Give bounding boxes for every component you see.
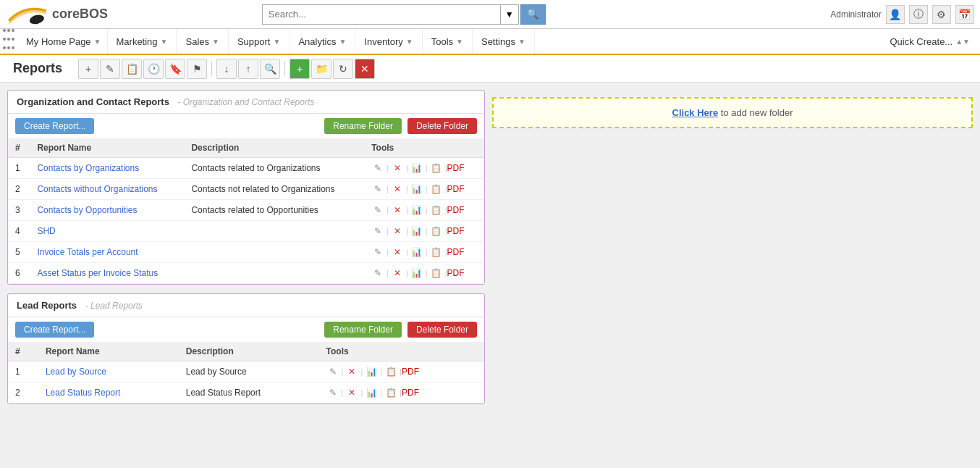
pdf-report-icon[interactable]: PDF — [404, 386, 417, 399]
report-link-2[interactable]: Contacts without Organizations — [37, 184, 157, 194]
search-input[interactable] — [262, 4, 501, 25]
lead-folder: Lead Reports - Lead Reports Create Repor… — [7, 293, 485, 404]
redo-button[interactable]: ↻ — [333, 59, 353, 79]
table-row: 1 Lead by Source Lead by Source ✎ | ✕ | … — [8, 362, 484, 383]
nav-item-tools[interactable]: Tools ▼ — [423, 29, 473, 54]
delete-report-icon[interactable]: ✕ — [345, 365, 358, 378]
copy-report-icon[interactable]: 📋 — [430, 246, 443, 259]
edit-report-icon[interactable]: ✎ — [326, 386, 339, 399]
delete-report-icon[interactable]: ✕ — [391, 246, 404, 259]
export-report-icon[interactable]: 📊 — [365, 386, 378, 399]
export-report-icon[interactable]: 📊 — [410, 225, 423, 238]
org-contact-delete-button[interactable]: Delete Folder — [407, 118, 477, 134]
nav-item-sales[interactable]: Sales ▼ — [177, 29, 228, 54]
nav-item-inventory[interactable]: Inventory ▼ — [355, 29, 422, 54]
search-dropdown-button[interactable]: ▼ — [501, 4, 519, 25]
report-link-1[interactable]: Contacts by Organizations — [37, 163, 139, 173]
export-report-icon[interactable]: 📊 — [410, 183, 423, 196]
row-tools: ✎ | ✕ | 📊 | 📋 | PDF — [364, 200, 484, 221]
pdf-report-icon[interactable]: PDF — [404, 365, 417, 378]
export-report-icon[interactable]: 📊 — [410, 267, 423, 280]
copy-report-icon[interactable]: 📋 — [430, 204, 443, 217]
admin-label: Administrator — [830, 9, 882, 20]
find-button[interactable]: 🔍 — [260, 59, 280, 79]
copy-report-icon[interactable]: 📋 — [430, 162, 443, 175]
nav-item-analytics[interactable]: Analytics ▼ — [290, 29, 355, 54]
tools-cell: ✎ | ✕ | 📊 | 📋 | PDF — [371, 225, 477, 238]
nav-item-settings[interactable]: Settings ▼ — [473, 29, 535, 54]
lead-create-button[interactable]: Create Report... — [15, 322, 94, 338]
download-button[interactable]: ↓ — [216, 59, 237, 79]
edit-report-icon[interactable]: ✎ — [371, 267, 384, 280]
org-contact-rename-button[interactable]: Rename Folder — [324, 118, 402, 134]
export-report-icon[interactable]: 📊 — [410, 162, 423, 175]
report-link-lead-2[interactable]: Lead Status Report — [46, 388, 120, 398]
copy-report-icon[interactable]: 📋 — [430, 183, 443, 196]
pdf-report-icon[interactable]: PDF — [449, 204, 462, 217]
user-icon-button[interactable]: 👤 — [886, 5, 905, 24]
export-report-icon[interactable]: 📊 — [365, 365, 378, 378]
delete-report-icon[interactable]: ✕ — [391, 225, 404, 238]
click-here-link[interactable]: Click Here — [672, 107, 719, 118]
add-folder-box[interactable]: Click Here to add new folder — [492, 97, 973, 128]
copy-button[interactable]: 📋 — [122, 59, 142, 79]
lead-delete-button[interactable]: Delete Folder — [407, 322, 477, 338]
delete-report-icon[interactable]: ✕ — [391, 204, 404, 217]
info-icon-button[interactable]: ⓘ — [909, 5, 928, 24]
export-report-icon[interactable]: 📊 — [410, 246, 423, 259]
row-desc — [184, 242, 364, 263]
delete-button[interactable]: ✕ — [355, 59, 375, 79]
nav-item-marketing[interactable]: Marketing ▼ — [108, 29, 177, 54]
calendar-icon-button[interactable]: 📅 — [955, 5, 974, 24]
pdf-report-icon[interactable]: PDF — [449, 183, 462, 196]
copy-report-icon[interactable]: 📋 — [430, 267, 443, 280]
nav-item-home[interactable]: My Home Page ▼ — [20, 29, 108, 54]
upload-button[interactable]: ↑ — [238, 59, 258, 79]
row-desc: Lead Status Report — [179, 383, 319, 404]
org-contact-folder-header: Organization and Contact Reports - Organ… — [8, 91, 484, 114]
table-row: 3 Contacts by Opportunities Contacts rel… — [8, 200, 484, 221]
edit-report-icon[interactable]: ✎ — [371, 225, 384, 238]
quick-create-button[interactable]: Quick Create... ▲▼ — [883, 29, 978, 54]
toolbar-separator-2 — [284, 62, 285, 76]
nav-item-support[interactable]: Support ▼ — [229, 29, 290, 54]
top-right-icons: Administrator 👤 ⓘ ⚙ 📅 — [830, 5, 974, 24]
add-green-button[interactable]: + — [290, 59, 310, 79]
export-report-icon[interactable]: 📊 — [410, 204, 423, 217]
add-button[interactable]: + — [78, 59, 98, 79]
row-name: Contacts by Organizations — [30, 158, 184, 179]
pdf-report-icon[interactable]: PDF — [449, 162, 462, 175]
pdf-report-icon[interactable]: PDF — [449, 267, 462, 280]
copy-report-icon[interactable]: 📋 — [430, 225, 443, 238]
archive-button[interactable]: 📁 — [311, 59, 331, 79]
edit-report-icon[interactable]: ✎ — [371, 204, 384, 217]
report-link-6[interactable]: Asset Status per Invoice Status — [37, 268, 158, 278]
delete-report-icon[interactable]: ✕ — [391, 162, 404, 175]
org-contact-create-button[interactable]: Create Report... — [15, 118, 94, 134]
org-contact-folder-subtitle: - Organization and Contact Reports — [178, 97, 315, 107]
edit-report-icon[interactable]: ✎ — [371, 162, 384, 175]
delete-report-icon[interactable]: ✕ — [345, 386, 358, 399]
copy-report-icon[interactable]: 📋 — [384, 365, 397, 378]
delete-report-icon[interactable]: ✕ — [391, 183, 404, 196]
pdf-report-icon[interactable]: PDF — [449, 225, 462, 238]
settings-icon-button[interactable]: ⚙ — [932, 5, 951, 24]
history-button[interactable]: 🕐 — [143, 59, 164, 79]
report-link-5[interactable]: Invoice Totals per Account — [37, 247, 138, 257]
search-button[interactable]: 🔍 — [520, 4, 546, 25]
flag-button[interactable]: ⚑ — [187, 59, 207, 79]
pdf-report-icon[interactable]: PDF — [449, 246, 462, 259]
report-link-lead-1[interactable]: Lead by Source — [46, 367, 106, 377]
lead-folder-title: Lead Reports — [17, 300, 77, 311]
delete-report-icon[interactable]: ✕ — [391, 267, 404, 280]
report-link-3[interactable]: Contacts by Opportunities — [37, 205, 137, 215]
lead-rename-button[interactable]: Rename Folder — [324, 322, 402, 338]
edit-report-icon[interactable]: ✎ — [371, 183, 384, 196]
apps-grid-icon[interactable] — [3, 29, 14, 54]
edit-button[interactable]: ✎ — [100, 59, 120, 79]
edit-report-icon[interactable]: ✎ — [371, 246, 384, 259]
copy-report-icon[interactable]: 📋 — [384, 386, 397, 399]
edit-report-icon[interactable]: ✎ — [326, 365, 339, 378]
bookmark-button[interactable]: 🔖 — [165, 59, 185, 79]
report-link-4[interactable]: SHD — [37, 226, 55, 236]
